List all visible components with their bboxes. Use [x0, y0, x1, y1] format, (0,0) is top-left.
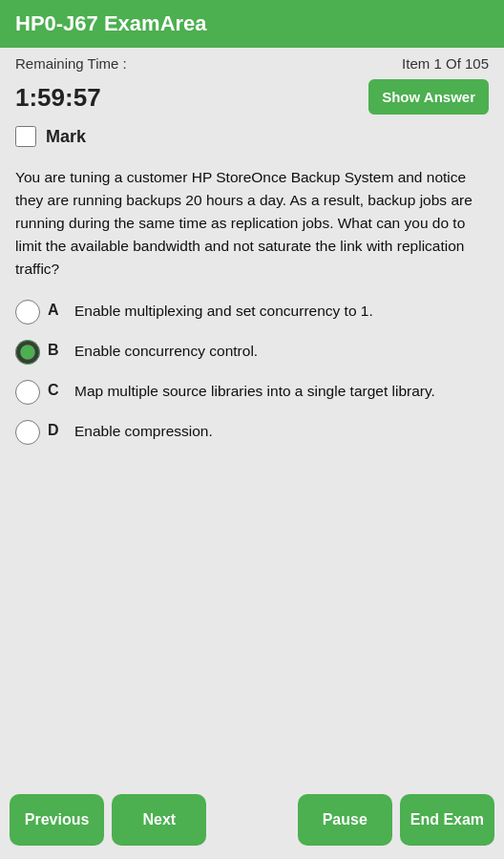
option-row-c: CMap multiple source libraries into a si… — [15, 378, 489, 405]
question-area: You are tuning a customer HP StoreOnce B… — [0, 157, 504, 781]
option-radio-a[interactable] — [15, 300, 40, 325]
option-text-d: Enable compression. — [74, 418, 213, 442]
question-text: You are tuning a customer HP StoreOnce B… — [15, 166, 489, 281]
meta-row: Remaining Time : Item 1 Of 105 — [0, 48, 504, 75]
timer-row: 1:59:57 Show Answer — [0, 75, 504, 122]
show-answer-button[interactable]: Show Answer — [368, 79, 489, 115]
bottom-bar: Previous Next Pause End Exam — [0, 781, 504, 859]
previous-button[interactable]: Previous — [10, 794, 104, 846]
mark-row: Mark — [0, 122, 504, 157]
pause-button[interactable]: Pause — [298, 794, 392, 846]
next-button[interactable]: Next — [112, 794, 206, 846]
option-row-d: DEnable compression. — [15, 418, 489, 445]
timer: 1:59:57 — [15, 79, 101, 113]
option-radio-b[interactable] — [15, 340, 40, 365]
header: HP0-J67 ExamArea — [0, 0, 504, 48]
option-letter-c: C — [48, 382, 67, 399]
option-letter-a: A — [48, 302, 67, 319]
option-row-a: AEnable multiplexing and set concurrency… — [15, 298, 489, 325]
mark-label[interactable]: Mark — [46, 127, 86, 147]
option-letter-d: D — [48, 422, 67, 439]
end-exam-button[interactable]: End Exam — [400, 794, 494, 846]
option-letter-b: B — [48, 342, 67, 359]
options-container: AEnable multiplexing and set concurrency… — [15, 298, 489, 445]
option-text-c: Map multiple source libraries into a sin… — [74, 378, 435, 402]
header-title: HP0-J67 ExamArea — [15, 11, 207, 35]
option-text-b: Enable concurrency control. — [74, 338, 258, 362]
option-row-b: BEnable concurrency control. — [15, 338, 489, 365]
option-radio-d[interactable] — [15, 420, 40, 445]
option-radio-c[interactable] — [15, 380, 40, 405]
mark-checkbox[interactable] — [15, 126, 36, 147]
option-text-a: Enable multiplexing and set concurrency … — [74, 298, 373, 322]
item-info: Item 1 Of 105 — [402, 55, 489, 72]
remaining-label: Remaining Time : — [15, 55, 127, 72]
